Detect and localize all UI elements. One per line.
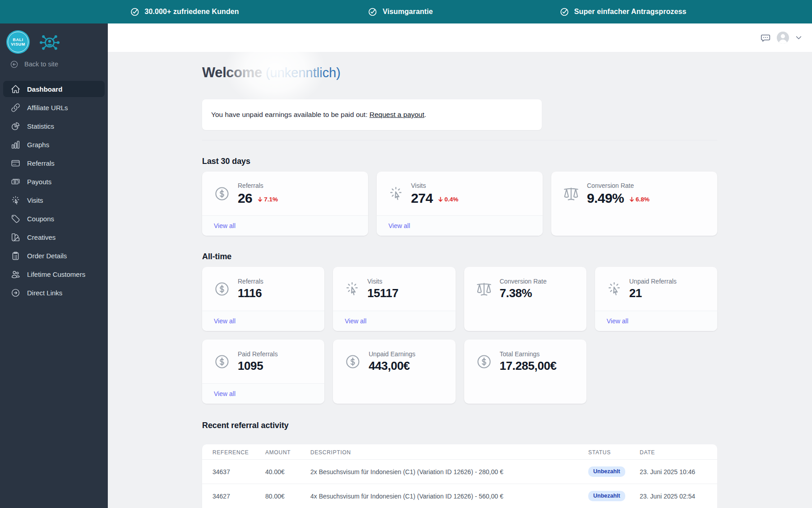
stat-label: Conversion Rate (500, 278, 547, 285)
stat-value: 17.285,00€ (500, 359, 557, 373)
stat-label: Referrals (238, 278, 263, 285)
view-all-link[interactable]: View all (388, 222, 410, 229)
cursor-click-icon (11, 196, 20, 205)
referral-activity-table: Reference Amount Description Status Date… (202, 444, 717, 508)
sidebar-item-dashboard[interactable]: Dashboard (3, 81, 105, 97)
brand-logo: BALI VISUM (6, 30, 30, 54)
pie-chart-icon (11, 121, 20, 131)
view-all-link[interactable]: View all (214, 222, 235, 229)
chevron-down-icon (795, 34, 803, 42)
check-circle-icon (559, 7, 569, 17)
section-heading-all-time: All-time (202, 252, 717, 261)
users-icon (11, 270, 20, 279)
request-payout-link[interactable]: Request a payout (369, 111, 424, 118)
announcement-text: Super einfacher Antragsprozess (574, 8, 687, 16)
arrow-down-icon (437, 196, 444, 203)
sidebar: BALI VISUM Back to site Dashboard Affili… (0, 23, 108, 508)
arrow-down-icon (257, 196, 263, 203)
stat-change-negative: 6.8% (628, 196, 650, 203)
cursor-click-icon (607, 281, 622, 296)
stat-value: 443,00€ (369, 359, 410, 373)
cell-reference: 34627 (202, 484, 265, 508)
announcement-text: 30.000+ zufriedene Kunden (144, 8, 239, 16)
stat-value: 21 (629, 286, 642, 300)
arrow-right-circle-icon (11, 288, 20, 298)
column-header-status: Status (588, 444, 640, 460)
account-menu-toggle[interactable] (795, 34, 803, 42)
sidebar-item-graphs[interactable]: Graphs (3, 136, 105, 153)
view-all-link[interactable]: View all (214, 390, 235, 397)
tag-icon (11, 214, 20, 224)
bar-chart-icon (11, 140, 20, 149)
sidebar-nav: Dashboard Affiliate URLs Statistics Grap… (0, 81, 108, 301)
cell-reference: 34637 (202, 460, 265, 484)
cell-description: 2x Besuchsvisum für Indonesien (C1) (Var… (310, 460, 588, 484)
currency-dollar-icon (214, 186, 230, 202)
stat-change-negative: 0.4% (437, 196, 458, 203)
page-title: Welcome (unkenntlich) (202, 64, 717, 81)
feedback-chat-button[interactable] (760, 33, 771, 43)
welcome-text: Welcome (202, 65, 262, 80)
sidebar-item-payouts[interactable]: Payouts (3, 173, 105, 190)
main-content: Welcome (unkenntlich) You have unpaid ea… (108, 52, 812, 508)
sidebar-item-visits[interactable]: Visits (3, 192, 105, 208)
logo-text-line2: VISUM (11, 42, 25, 47)
view-all-link[interactable]: View all (214, 317, 235, 325)
user-avatar[interactable] (777, 32, 789, 44)
stat-card-referrals-30d: Referrals 26 7.1% View all (202, 172, 368, 236)
swatch-icon (11, 233, 20, 242)
stat-label: Conversion Rate (587, 182, 650, 189)
chat-bubble-icon (760, 33, 771, 43)
currency-dollar-icon (345, 354, 361, 370)
stat-card-referrals-alltime: Referrals 1116 View all (202, 267, 324, 331)
cell-date: 23. Juni 2025 10:46 (640, 460, 717, 484)
column-header-description: Description (310, 444, 588, 460)
currency-dollar-icon (476, 354, 492, 370)
banknotes-icon (11, 177, 20, 186)
stat-value: 1116 (238, 286, 262, 300)
status-badge: Unbezahlt (588, 466, 625, 477)
all-time-cards-row1: Referrals 1116 View all Visits 15117 (202, 267, 717, 331)
back-to-site-link[interactable]: Back to site (10, 59, 102, 69)
last-30-days-cards: Referrals 26 7.1% View all (202, 172, 717, 236)
all-time-cards-row2: Paid Referrals 1095 View all Unpaid Earn… (202, 340, 717, 404)
sidebar-item-coupons[interactable]: Coupons (3, 210, 105, 227)
stat-label: Visits (367, 278, 398, 285)
sidebar-item-direct-links[interactable]: Direct Links (3, 284, 105, 301)
cell-amount: 80.00€ (265, 484, 310, 508)
stat-label: Visits (411, 182, 458, 189)
announcement-benefit: Visumgarantie (368, 0, 433, 23)
stat-card-total-earnings: Total Earnings 17.285,00€ (464, 340, 586, 404)
view-all-link[interactable]: View all (607, 317, 628, 325)
sidebar-item-lifetime-customers[interactable]: Lifetime Customers (3, 266, 105, 282)
announcement-benefit: Super einfacher Antragsprozess (559, 0, 687, 23)
logo-text-line1: BALI (13, 37, 23, 42)
section-divider (202, 140, 717, 140)
home-icon (11, 84, 20, 94)
announcement-text: Visumgarantie (383, 8, 433, 16)
table-row: 34637 40.00€ 2x Besuchsvisum für Indones… (202, 460, 717, 484)
sidebar-item-affiliate-urls[interactable]: Affiliate URLs (3, 99, 105, 116)
scale-icon (476, 281, 492, 297)
sidebar-item-referrals[interactable]: Referrals (3, 155, 105, 171)
top-header (108, 23, 812, 52)
currency-dollar-icon (214, 354, 230, 370)
view-all-link[interactable]: View all (345, 317, 366, 325)
sidebar-item-order-details[interactable]: Order Details (3, 247, 105, 264)
affiliate-network-icon (37, 29, 62, 55)
sidebar-item-creatives[interactable]: Creatives (3, 229, 105, 245)
section-heading-recent-activity: Recent referral activity (202, 421, 717, 430)
welcome-username: (unkenntlich) (266, 65, 341, 80)
stat-value: 274 (411, 191, 433, 205)
sidebar-item-statistics[interactable]: Statistics (3, 118, 105, 134)
check-circle-icon (129, 7, 139, 17)
column-header-amount: Amount (265, 444, 310, 460)
stat-card-unpaid-earnings: Unpaid Earnings 443,00€ (333, 340, 455, 404)
table-row: 34627 80.00€ 4x Besuchsvisum für Indones… (202, 484, 717, 508)
currency-dollar-icon (214, 281, 230, 297)
link-icon (11, 103, 20, 112)
stat-value: 7.38% (500, 286, 532, 300)
stat-card-unpaid-referrals: Unpaid Referrals 21 View all (595, 267, 717, 331)
check-circle-icon (368, 7, 378, 17)
stat-label: Unpaid Earnings (369, 350, 415, 358)
